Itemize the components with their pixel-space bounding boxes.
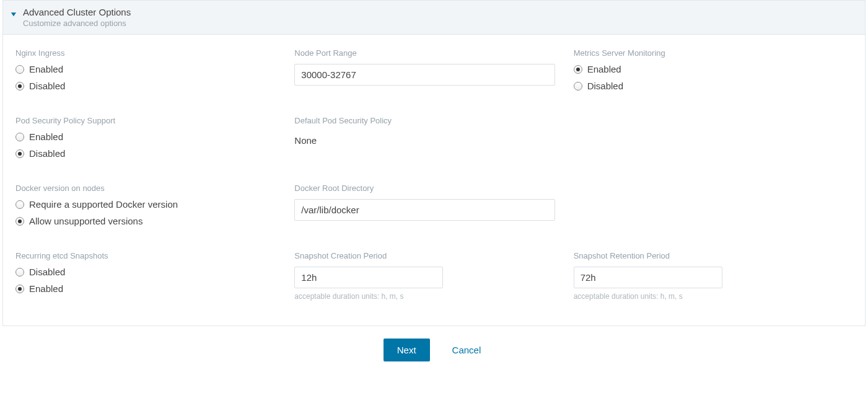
snapshot-creation-input[interactable] bbox=[294, 267, 443, 288]
metrics-server-enabled-option[interactable]: Enabled bbox=[574, 64, 834, 74]
nginx-ingress-disabled-option[interactable]: Disabled bbox=[15, 81, 276, 91]
radio-label: Disabled bbox=[29, 267, 65, 277]
collapse-caret-icon[interactable]: ▼ bbox=[9, 11, 18, 17]
snapshot-creation-hint: acceptable duration units: h, m, s bbox=[294, 292, 555, 301]
default-pod-policy-value: None bbox=[294, 131, 555, 146]
radio-icon[interactable] bbox=[574, 65, 582, 74]
etcd-snapshots-label: Recurring etcd Snapshots bbox=[15, 251, 276, 260]
panel-header[interactable]: ▼ Advanced Cluster Options Customize adv… bbox=[3, 1, 865, 35]
docker-version-allow-option[interactable]: Allow unsupported versions bbox=[15, 216, 276, 226]
radio-label: Disabled bbox=[29, 148, 65, 159]
radio-icon[interactable] bbox=[15, 133, 24, 141]
radio-label: Enabled bbox=[587, 64, 621, 74]
cancel-button[interactable]: Cancel bbox=[449, 344, 485, 356]
node-port-range-label: Node Port Range bbox=[294, 48, 555, 58]
radio-icon[interactable] bbox=[574, 82, 582, 91]
next-button[interactable]: Next bbox=[384, 339, 430, 361]
panel-body: Nginx Ingress Enabled Disabled Node Port… bbox=[3, 35, 865, 326]
metrics-server-label: Metrics Server Monitoring bbox=[574, 48, 834, 58]
docker-root-input[interactable] bbox=[294, 199, 555, 221]
panel-subtitle: Customize advanced options bbox=[23, 19, 131, 28]
metrics-server-disabled-option[interactable]: Disabled bbox=[574, 81, 834, 91]
default-pod-policy-label: Default Pod Security Policy bbox=[294, 116, 555, 125]
docker-version-label: Docker version on nodes bbox=[15, 184, 276, 193]
radio-icon[interactable] bbox=[15, 217, 24, 226]
snapshot-retention-label: Snapshot Retention Period bbox=[574, 251, 834, 260]
etcd-snapshots-disabled-option[interactable]: Disabled bbox=[15, 267, 276, 277]
docker-version-require-option[interactable]: Require a supported Docker version bbox=[15, 199, 276, 210]
pod-security-disabled-option[interactable]: Disabled bbox=[15, 148, 276, 159]
advanced-cluster-options-panel: ▼ Advanced Cluster Options Customize adv… bbox=[2, 0, 866, 326]
footer: Next Cancel bbox=[0, 326, 868, 374]
radio-icon[interactable] bbox=[15, 268, 24, 277]
pod-security-label: Pod Security Policy Support bbox=[15, 116, 276, 125]
nginx-ingress-label: Nginx Ingress bbox=[15, 48, 276, 58]
radio-label: Disabled bbox=[587, 81, 623, 91]
radio-label: Disabled bbox=[29, 81, 65, 91]
snapshot-retention-input[interactable] bbox=[574, 267, 722, 288]
pod-security-enabled-option[interactable]: Enabled bbox=[15, 131, 276, 142]
snapshot-retention-hint: acceptable duration units: h, m, s bbox=[574, 292, 834, 301]
panel-title: Advanced Cluster Options bbox=[23, 7, 131, 17]
radio-icon[interactable] bbox=[15, 149, 24, 158]
radio-label: Enabled bbox=[29, 64, 63, 74]
docker-root-label: Docker Root Directory bbox=[294, 184, 555, 193]
node-port-range-input[interactable] bbox=[294, 64, 555, 86]
nginx-ingress-enabled-option[interactable]: Enabled bbox=[15, 64, 276, 74]
radio-icon[interactable] bbox=[15, 285, 24, 293]
radio-label: Allow unsupported versions bbox=[29, 216, 142, 226]
radio-icon[interactable] bbox=[15, 200, 24, 209]
etcd-snapshots-enabled-option[interactable]: Enabled bbox=[15, 283, 276, 294]
snapshot-creation-label: Snapshot Creation Period bbox=[294, 251, 555, 260]
radio-icon[interactable] bbox=[15, 65, 24, 74]
radio-label: Enabled bbox=[29, 131, 63, 142]
radio-label: Require a supported Docker version bbox=[29, 199, 178, 210]
radio-icon[interactable] bbox=[15, 82, 24, 91]
radio-label: Enabled bbox=[29, 283, 63, 294]
